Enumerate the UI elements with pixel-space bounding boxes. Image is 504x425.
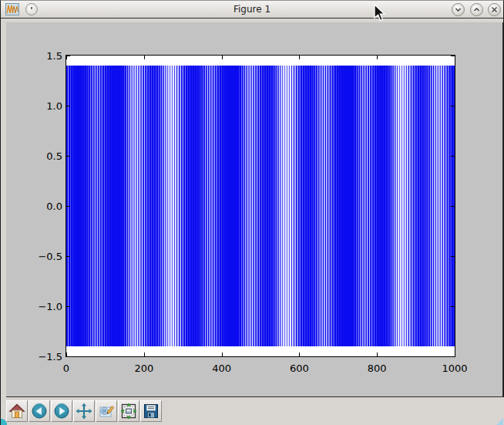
y-tick-mark — [451, 256, 455, 257]
figure-window: Figure 1 020040060080010001.51.00.50.0−0… — [0, 0, 504, 425]
x-tick-mark — [144, 56, 145, 59]
save-floppy-icon — [143, 403, 160, 420]
x-tick-mark — [455, 56, 455, 59]
pan-button[interactable] — [73, 400, 95, 422]
x-tick-mark — [222, 352, 223, 356]
y-tick-label: 1.5 — [46, 50, 62, 62]
y-tick-label: −0.5 — [38, 251, 62, 262]
chevron-down-icon — [453, 5, 463, 15]
y-tick-label: −1.5 — [38, 351, 62, 363]
x-tick-label: 200 — [134, 363, 153, 374]
forward-arrow-icon — [53, 403, 70, 420]
home-button[interactable] — [6, 400, 28, 422]
y-tick-mark — [66, 206, 70, 207]
y-tick-label: −1.0 — [38, 301, 62, 312]
x-tick-mark — [377, 56, 378, 59]
y-tick-mark — [66, 156, 70, 157]
window-corner-accent-left — [1, 419, 8, 425]
forward-button[interactable] — [51, 400, 72, 422]
y-tick-mark — [66, 106, 70, 106]
close-button[interactable] — [488, 3, 501, 16]
y-tick-mark — [451, 56, 455, 56]
x-tick-label: 0 — [63, 363, 69, 374]
y-tick-mark — [66, 356, 70, 357]
y-tick-mark — [451, 356, 455, 357]
title-bar[interactable]: Figure 1 — [1, 1, 503, 19]
y-tick-mark — [451, 106, 455, 106]
zoom-edit-icon — [98, 403, 115, 420]
y-tick-mark — [66, 306, 70, 307]
pan-arrows-icon — [76, 403, 92, 420]
x-tick-mark — [299, 56, 300, 59]
y-tick-mark — [451, 206, 455, 207]
subplots-icon — [120, 403, 137, 420]
y-tick-mark — [66, 256, 70, 257]
y-tick-label: 1.0 — [46, 100, 62, 112]
x-tick-label: 800 — [368, 363, 387, 374]
shade-button[interactable] — [452, 3, 465, 16]
x-tick-mark — [299, 352, 300, 356]
zoom-button[interactable] — [96, 400, 117, 422]
save-button[interactable] — [140, 400, 162, 422]
x-tick-mark — [455, 352, 455, 356]
x-tick-mark — [377, 352, 378, 356]
maximize-button[interactable] — [470, 3, 483, 16]
x-tick-label: 1000 — [442, 363, 467, 374]
plot-area[interactable] — [66, 55, 455, 357]
navigation-toolbar — [1, 397, 504, 425]
y-tick-label: 0.0 — [46, 201, 62, 212]
y-tick-label: 0.5 — [46, 150, 62, 162]
back-button[interactable] — [29, 400, 50, 422]
x-tick-label: 400 — [212, 363, 231, 374]
y-tick-mark — [451, 156, 455, 157]
close-icon — [489, 5, 499, 15]
configure-subplots-button[interactable] — [118, 400, 139, 422]
back-arrow-icon — [31, 403, 48, 420]
x-tick-mark — [222, 56, 223, 59]
y-tick-mark — [66, 56, 70, 56]
resize-grip[interactable] — [496, 418, 503, 425]
chevron-up-icon — [472, 5, 482, 15]
x-tick-label: 600 — [290, 363, 309, 374]
home-icon — [8, 403, 25, 420]
figure-canvas[interactable]: 020040060080010001.51.00.50.0−0.5−1.0−1.… — [6, 22, 503, 397]
window-title: Figure 1 — [1, 1, 503, 18]
signal-waveform — [66, 66, 455, 346]
x-tick-mark — [144, 352, 145, 356]
y-tick-mark — [451, 306, 455, 307]
